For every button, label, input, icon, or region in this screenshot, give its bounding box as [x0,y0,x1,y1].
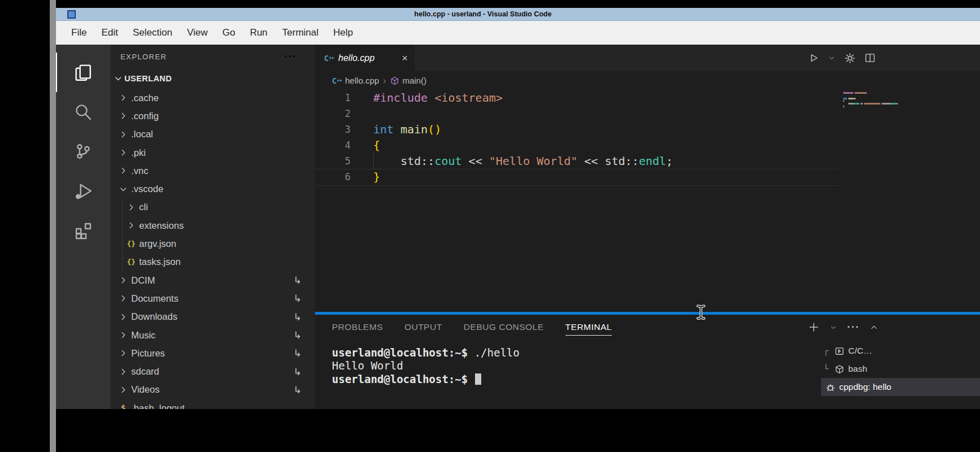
window-title: hello.cpp - userland - Visual Studio Cod… [415,8,552,20]
window-icon[interactable] [67,10,76,19]
tree-item-dcim[interactable]: DCIM↳ [110,271,315,289]
symlink-icon: ↳ [293,275,301,286]
chevron-right-icon [119,166,128,175]
code-line-6[interactable]: 6} [315,169,980,185]
menu-edit[interactable]: Edit [94,21,125,45]
tree-item-documents[interactable]: Documents↳ [110,289,315,307]
terminal-list-item-cppdbg-hello[interactable]: cppdbg: hello [821,378,980,396]
code-line-5[interactable]: 5 std::cout << "Hello World" << std::end… [315,153,980,169]
terminal-profile-dropdown[interactable] [830,324,837,331]
tree-item-music[interactable]: Music↳ [110,326,315,344]
tree-item-cache[interactable]: .cache [110,89,315,107]
breadcrumb-file[interactable]: C++ hello.cpp [332,76,379,85]
twisty [117,294,129,303]
terminal[interactable]: userland@localhost:~$ ./helloHello World… [315,340,821,409]
breadcrumb-symbol[interactable]: main() [390,76,427,85]
tree-item-label: .bash_logout [131,403,185,409]
tree-guide: ┌ [823,346,831,356]
code-line-4[interactable]: 4{ [315,137,980,153]
tree-guide: └ [823,364,831,374]
line-number: 3 [315,124,351,135]
tree-item-cli[interactable]: cli [110,198,315,216]
chevron-right-icon [119,367,128,376]
menu-file[interactable]: File [64,21,94,45]
twisty [117,93,129,102]
tree-item-videos[interactable]: Videos↳ [110,381,315,399]
activity-source-control[interactable] [56,132,110,171]
line-number: 5 [315,155,351,167]
plus-icon [808,321,819,333]
activity-search[interactable] [56,92,110,132]
terminal-list-item-bash[interactable]: └bash [821,360,980,378]
tree-item-downloads[interactable]: Downloads↳ [110,308,315,326]
panel-tab-output[interactable]: OUTPUT [404,315,442,340]
tree-item-local[interactable]: .local [110,125,315,144]
run-dropdown[interactable] [828,54,835,62]
section-userland[interactable]: USERLAND [110,68,315,89]
twisty [117,130,129,139]
breadcrumb-file-label: hello.cpp [345,76,379,85]
symlink-icon: ↳ [293,293,301,304]
activity-explorer[interactable] [56,53,110,92]
panel-tab-terminal[interactable]: TERMINAL [565,315,612,340]
tree-item-sdcard[interactable]: sdcard↳ [110,362,315,380]
tree-item-pki[interactable]: .pki [110,144,315,162]
menu-help[interactable]: Help [326,21,360,45]
tree-item-label: tasks.json [139,257,180,267]
code-line-3[interactable]: 3int main() [315,121,980,137]
more-actions-button[interactable]: ··· [847,322,860,332]
menu-go[interactable]: Go [215,21,243,45]
tree-item-bash-logout[interactable]: $.bash_logout [110,399,315,409]
code-text: } [351,170,380,184]
panel-tab-debug-console[interactable]: DEBUG CONSOLE [464,315,544,340]
panel-header: PROBLEMSOUTPUTDEBUG CONSOLETERMINAL ··· [315,315,980,340]
shell-icon: $ [121,403,126,409]
source-control-icon [74,142,92,160]
tree-item-label: .local [131,129,153,140]
panel-tab-problems[interactable]: PROBLEMS [332,315,383,340]
panel-body: userland@localhost:~$ ./helloHello World… [315,340,980,409]
menu-run[interactable]: Run [243,21,275,45]
tree-item-label: .vnc [131,166,148,176]
chevron-right-icon [119,130,128,139]
tree-item-vscode[interactable]: .vscode [110,180,315,198]
activity-extensions[interactable] [56,211,110,250]
tree-item-vnc[interactable]: .vnc [110,162,315,180]
twisty: $ [117,403,129,409]
code-area[interactable]: 1#include <iostream>23int main()4{5 std:… [315,90,980,312]
settings-button[interactable] [844,53,856,64]
json-icon: {} [127,258,135,266]
menu-view[interactable]: View [180,21,215,45]
split-editor-button[interactable] [865,53,875,63]
more-icon: ··· [847,322,860,332]
tree-item-label: .vscode [131,184,163,194]
code-text: std::cout << "Hello World" << std::endl; [351,154,673,168]
maximize-panel-button[interactable] [870,323,878,332]
code-text: int main() [351,123,441,136]
tab-close-button[interactable]: × [402,53,408,63]
tab-label: hello.cpp [338,53,374,63]
search-icon [74,103,92,121]
tree-item-label: cli [139,202,148,212]
workbench: EXPLORER ··· USERLAND .cache.config.loca… [56,45,980,409]
tree-item-tasks-json[interactable]: {}tasks.json [110,253,315,271]
tree-item-extensions[interactable]: extensions [110,216,315,234]
terminal-list-item-c-c[interactable]: ┌C/C… [821,342,980,360]
method-icon [390,76,399,85]
menu-selection[interactable]: Selection [126,21,180,45]
tab-hello-cpp[interactable]: C++ hello.cpp × [315,45,415,71]
code-line-1[interactable]: 1#include <iostream> [315,90,980,106]
tree-item-label: Downloads [131,311,178,322]
run-button[interactable] [808,53,819,63]
tree-item-pictures[interactable]: Pictures↳ [110,344,315,362]
code-line-2[interactable]: 2 [315,106,980,121]
symlink-icon: ↳ [293,384,301,395]
activity-run-and-debug[interactable] [56,171,110,211]
menu-terminal[interactable]: Terminal [275,21,326,45]
terminal-name: bash [848,364,867,374]
twisty [117,349,129,358]
new-terminal-button[interactable] [808,321,819,333]
tree-item-argv-json[interactable]: {}argv.json [110,234,315,253]
explorer-more-button[interactable]: ··· [284,51,297,62]
tree-item-config[interactable]: .config [110,107,315,125]
